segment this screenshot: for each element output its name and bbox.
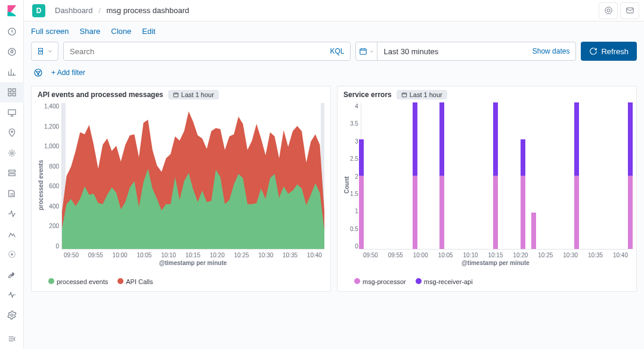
- collapse-icon[interactable]: [0, 329, 24, 349]
- help-icon[interactable]: [599, 2, 618, 19]
- search-input[interactable]: [70, 47, 330, 56]
- svg-rect-21: [402, 93, 407, 97]
- apm-icon[interactable]: [0, 204, 24, 224]
- feedback-icon[interactable]: [620, 2, 639, 19]
- dashboard-icon[interactable]: [0, 82, 24, 102]
- svg-rect-16: [360, 49, 367, 54]
- svg-rect-3: [13, 89, 16, 92]
- dashboard-actions: Full screen Share Clone Edit: [24, 21, 644, 40]
- calendar-icon[interactable]: [356, 42, 377, 60]
- edit-link[interactable]: Edit: [142, 27, 155, 36]
- breadcrumb-root[interactable]: Dashboard: [55, 6, 93, 15]
- bar-chart[interactable]: [361, 103, 630, 250]
- refresh-button[interactable]: Refresh: [581, 42, 637, 61]
- svg-rect-15: [626, 8, 633, 13]
- svg-rect-4: [8, 93, 11, 96]
- svg-point-11: [11, 254, 13, 255]
- svg-rect-6: [8, 110, 16, 114]
- svg-point-12: [11, 314, 13, 316]
- legend-item[interactable]: API Calls: [117, 278, 153, 285]
- panel-service-errors: Service errors Last 1 hour Count 43.532.…: [337, 86, 637, 292]
- legend: msg-processor msg-receiver-api: [343, 278, 630, 285]
- side-nav: [0, 0, 24, 349]
- management-icon[interactable]: [0, 305, 24, 325]
- breadcrumb-sep: /: [98, 6, 101, 15]
- svg-point-7: [11, 131, 13, 133]
- svg-rect-10: [8, 174, 15, 176]
- svg-point-1: [8, 48, 16, 55]
- svg-point-8: [11, 152, 13, 154]
- panel-api-events: API events and processed messages Last 1…: [31, 86, 331, 292]
- monitoring-icon[interactable]: [0, 285, 24, 305]
- visualize-icon[interactable]: [0, 62, 24, 82]
- fullscreen-link[interactable]: Full screen: [31, 27, 69, 36]
- show-dates-link[interactable]: Show dates: [527, 47, 576, 55]
- x-axis-label: @timestamp per minute: [361, 260, 630, 266]
- devtools-icon[interactable]: [0, 264, 24, 285]
- canvas-icon[interactable]: [0, 102, 24, 123]
- y-axis-label: Count: [343, 103, 350, 267]
- panel-title: Service errors: [343, 91, 392, 99]
- maps-icon[interactable]: [0, 123, 24, 143]
- timepicker: Last 30 minutes Show dates: [355, 42, 576, 61]
- legend-item[interactable]: processed events: [48, 278, 108, 285]
- ml-icon[interactable]: [0, 143, 24, 163]
- svg-rect-9: [8, 170, 15, 172]
- timepicker-label[interactable]: Last 30 minutes: [377, 47, 526, 56]
- breadcrumb: Dashboard / msg process dashboard: [55, 6, 189, 15]
- refresh-label: Refresh: [601, 47, 628, 56]
- clone-link[interactable]: Clone: [111, 27, 131, 36]
- legend-item[interactable]: msg-processor: [354, 278, 406, 285]
- legend-item[interactable]: msg-receiver-api: [416, 278, 473, 285]
- svg-rect-18: [174, 93, 178, 97]
- recent-icon[interactable]: [0, 21, 24, 42]
- infra-icon[interactable]: [0, 163, 24, 183]
- siem-icon[interactable]: [0, 244, 24, 264]
- search-input-wrap: KQL: [63, 42, 351, 61]
- saved-query-button[interactable]: [31, 42, 58, 61]
- area-chart[interactable]: [61, 103, 324, 250]
- space-badge[interactable]: D: [32, 4, 45, 17]
- breadcrumb-current: msg process dashboard: [106, 6, 189, 15]
- y-ticks: 1,4001,2001,0008006004002000: [44, 103, 61, 250]
- filter-options-icon[interactable]: [31, 66, 45, 80]
- x-axis-label: @timestamp per minute: [61, 260, 324, 266]
- discover-icon[interactable]: [0, 42, 24, 62]
- x-ticks: 09:5009:5510:0010:0510:1010:1510:2010:25…: [61, 250, 324, 258]
- y-axis-label: processed events: [38, 103, 44, 267]
- time-badge: Last 1 hour: [168, 90, 219, 99]
- share-link[interactable]: Share: [80, 27, 101, 36]
- kibana-logo[interactable]: [0, 0, 24, 21]
- time-badge: Last 1 hour: [397, 90, 447, 99]
- svg-point-13: [605, 7, 611, 14]
- kql-toggle[interactable]: KQL: [330, 47, 344, 55]
- legend: processed events API Calls: [38, 278, 324, 285]
- add-filter-link[interactable]: + Add filter: [51, 68, 85, 77]
- svg-rect-5: [13, 93, 16, 96]
- x-ticks: 09:5009:5510:0010:0510:1010:1510:2010:25…: [361, 250, 630, 258]
- uptime-icon[interactable]: [0, 224, 24, 244]
- logs-icon[interactable]: [0, 183, 24, 204]
- svg-point-14: [607, 9, 610, 12]
- panel-title: API events and processed messages: [38, 91, 163, 99]
- topbar: D Dashboard / msg process dashboard: [24, 0, 644, 21]
- svg-rect-2: [8, 89, 11, 92]
